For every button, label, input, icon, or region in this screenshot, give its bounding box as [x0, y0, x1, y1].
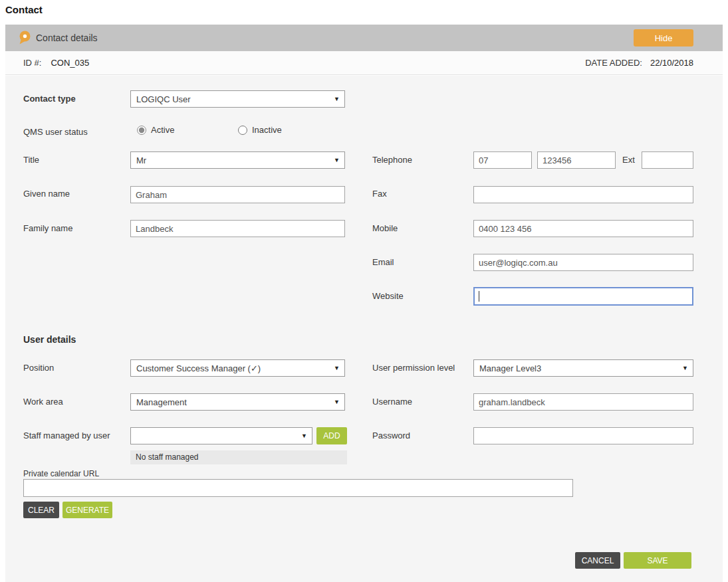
- work-area-select[interactable]: Management: [131, 394, 344, 410]
- contact-type-select-wrap: LOGIQC User ▼: [130, 90, 345, 108]
- no-staff-managed-message: No staff managed: [130, 450, 347, 464]
- qms-status-active-radio[interactable]: [137, 126, 146, 135]
- title-select[interactable]: Mr: [131, 152, 344, 168]
- user-permission-level-select-wrap: Manager Level3 ▼: [473, 359, 693, 377]
- password-label: Password: [372, 431, 410, 440]
- fax-input[interactable]: [473, 186, 693, 203]
- panel-title: Contact details: [36, 33, 98, 43]
- generate-button[interactable]: GENERATE: [62, 502, 112, 518]
- id-value: CON_035: [51, 58, 89, 68]
- location-pin-icon: [19, 31, 31, 48]
- telephone-ext-input[interactable]: [642, 151, 693, 169]
- mobile-label: Mobile: [372, 223, 398, 233]
- family-name-input[interactable]: [130, 220, 345, 237]
- telephone-label: Telephone: [372, 155, 412, 165]
- position-label: Position: [23, 363, 54, 373]
- date-added-value: 22/10/2018: [650, 58, 693, 68]
- hide-button[interactable]: Hide: [634, 29, 693, 47]
- qms-status-active-option[interactable]: Active: [137, 125, 174, 135]
- user-permission-level-select[interactable]: Manager Level3: [474, 360, 693, 376]
- qms-status-inactive-option[interactable]: Inactive: [238, 125, 282, 135]
- staff-managed-label: Staff managed by user: [23, 431, 110, 440]
- given-name-label: Given name: [23, 189, 70, 199]
- telephone-ext-label: Ext: [622, 155, 635, 165]
- password-input[interactable]: [473, 427, 693, 444]
- email-input[interactable]: [473, 254, 693, 271]
- save-button[interactable]: SAVE: [624, 552, 691, 569]
- telephone-area-code-input[interactable]: [473, 151, 532, 169]
- title-select-wrap: Mr ▼: [130, 151, 345, 169]
- clear-button[interactable]: CLEAR: [23, 502, 59, 518]
- contact-details-header: Contact details Hide: [5, 25, 723, 51]
- family-name-label: Family name: [23, 223, 72, 233]
- email-label: Email: [372, 257, 394, 267]
- fax-label: Fax: [372, 189, 387, 199]
- private-calendar-url-input[interactable]: [23, 479, 573, 497]
- position-select-wrap: Customer Success Manager (✓) ▼: [130, 359, 345, 377]
- position-select[interactable]: Customer Success Manager (✓): [131, 360, 344, 376]
- username-input[interactable]: [473, 393, 693, 411]
- date-added-label: DATE ADDED:: [585, 58, 642, 68]
- mobile-input[interactable]: [473, 220, 693, 237]
- qms-user-status-label: QMS user status: [23, 127, 88, 137]
- website-label: Website: [372, 291, 404, 301]
- work-area-label: Work area: [23, 397, 63, 407]
- private-calendar-url-label: Private calendar URL: [23, 469, 99, 478]
- staff-managed-select[interactable]: [131, 428, 312, 444]
- text-caret: [479, 291, 479, 302]
- website-input[interactable]: [473, 287, 693, 306]
- qms-status-inactive-label: Inactive: [252, 125, 282, 135]
- contact-type-label: Contact type: [23, 94, 76, 104]
- qms-status-inactive-radio[interactable]: [238, 126, 247, 135]
- staff-managed-select-wrap: ▼: [130, 427, 312, 444]
- title-label: Title: [23, 155, 39, 165]
- user-details-heading: User details: [23, 334, 76, 345]
- add-staff-button[interactable]: ADD: [316, 427, 347, 444]
- given-name-input[interactable]: [130, 186, 345, 203]
- contact-form: Contact type LOGIQC User ▼ QMS user stat…: [5, 76, 723, 582]
- username-label: Username: [372, 397, 412, 407]
- telephone-number-input[interactable]: [537, 151, 616, 169]
- page-title: Contact: [5, 4, 43, 15]
- contact-type-select[interactable]: LOGIQC User: [131, 91, 344, 107]
- cancel-button[interactable]: CANCEL: [575, 552, 620, 569]
- qms-status-active-label: Active: [151, 125, 174, 135]
- work-area-select-wrap: Management ▼: [130, 393, 345, 411]
- user-permission-level-label: User permission level: [372, 363, 455, 373]
- id-label: ID #:: [23, 58, 41, 68]
- record-meta-row: ID #:CON_035 DATE ADDED:22/10/2018: [5, 51, 723, 75]
